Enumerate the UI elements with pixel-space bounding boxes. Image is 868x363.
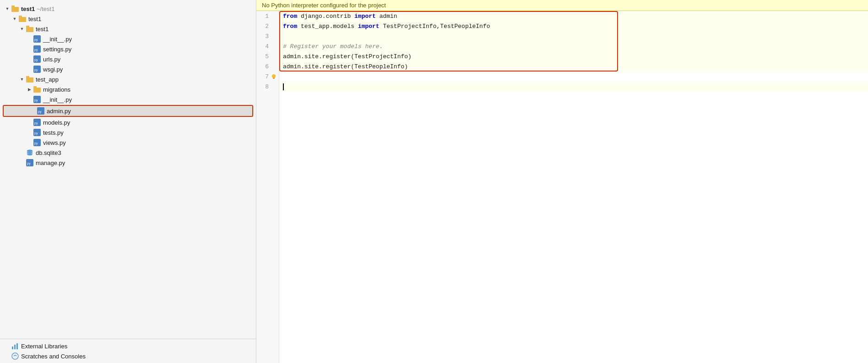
svg-text:py: py <box>34 68 38 72</box>
tree-item-label: Scratches and Consoles <box>21 353 86 360</box>
code-line-6: admin.site.register(TestPeopleInfo) <box>279 61 868 72</box>
code-area[interactable]: 1 2 3 4 5 6 7 <box>256 11 868 363</box>
py-file-icon: py <box>33 95 41 104</box>
line-num-3: 3 <box>265 33 271 40</box>
code-line-7 <box>279 72 868 82</box>
tree-item-settings-py[interactable]: py settings.py <box>0 44 256 54</box>
bulb-icon <box>271 74 277 79</box>
folder-icon <box>18 15 27 23</box>
code-line-1: from django.contrib import admin <box>279 11 868 21</box>
tree-item-views-py[interactable]: py views.py <box>0 138 256 148</box>
py-file-icon: py <box>33 35 41 43</box>
external-libraries-icon <box>11 342 19 350</box>
tree-item-label: test1 ~/test1 <box>21 6 54 12</box>
tree-item-init-py[interactable]: py __init__.py <box>0 34 256 44</box>
svg-rect-29 <box>27 151 33 152</box>
py-file-icon: py <box>33 138 41 147</box>
tree-item-label: manage.py <box>36 160 65 166</box>
db-icon <box>26 148 34 157</box>
folder-icon <box>11 5 19 13</box>
code-text: admin.site.register(TestProjectInfo) <box>283 53 412 60</box>
arrow-icon <box>11 15 18 22</box>
svg-text:py: py <box>34 132 38 135</box>
tree-item-scratches[interactable]: Scratches and Consoles <box>0 351 256 361</box>
code-line-3 <box>279 31 868 41</box>
tree-item-label: settings.py <box>43 46 71 53</box>
svg-text:py: py <box>34 58 38 62</box>
tree-item-test-app[interactable]: test_app <box>0 74 256 84</box>
code-editor: No Python interpreter configured for the… <box>256 0 868 363</box>
line-num-4: 4 <box>265 43 271 50</box>
tree-item-external-libraries[interactable]: External Libraries <box>0 341 256 351</box>
tree-item-wsgi-py[interactable]: py wsgi.py <box>0 64 256 74</box>
tree-item-root[interactable]: test1 ~/test1 <box>0 4 256 14</box>
code-text: admin.site.register(TestPeopleInfo) <box>283 63 408 70</box>
folder-icon <box>26 25 34 33</box>
tree-item-label: __init__.py <box>43 96 72 103</box>
svg-rect-16 <box>33 88 41 93</box>
svg-rect-15 <box>26 76 29 78</box>
tree-item-admin-py[interactable]: py admin.py <box>3 105 253 117</box>
warning-banner[interactable]: No Python interpreter configured for the… <box>256 0 868 11</box>
code-lines[interactable]: from django.contrib import admin from te… <box>279 11 868 363</box>
svg-point-38 <box>12 353 18 359</box>
keyword-from2: from <box>283 23 297 30</box>
svg-text:py: py <box>34 121 38 125</box>
svg-point-39 <box>272 74 276 78</box>
svg-point-32 <box>27 154 33 155</box>
tree-item-app-init-py[interactable]: py __init__.py <box>0 94 256 104</box>
py-file-icon: py <box>33 55 41 63</box>
code-line-2: from test_app.models import TestProjectI… <box>279 21 868 31</box>
svg-rect-1 <box>11 6 15 7</box>
code-line-8 <box>279 82 868 92</box>
tree-item-label: test_app <box>36 76 59 83</box>
arrow-icon <box>18 76 26 83</box>
line-num-2: 2 <box>265 23 271 30</box>
svg-rect-2 <box>19 17 26 22</box>
arrow-icon <box>18 25 26 33</box>
comment-text: # Register your models here. <box>283 43 383 50</box>
svg-rect-3 <box>19 16 22 17</box>
tree-item-migrations[interactable]: migrations <box>0 84 256 94</box>
tree-item-manage-py[interactable]: py manage.py <box>0 158 256 168</box>
tree-item-models-py[interactable]: py models.py <box>0 117 256 127</box>
line-num-7: 7 <box>265 73 271 80</box>
py-file-icon: py <box>33 128 41 137</box>
svg-rect-14 <box>26 77 33 82</box>
svg-text:py: py <box>38 110 42 114</box>
tree-item-label: __init__.py <box>43 36 72 43</box>
tree-item-db-sqlite3[interactable]: db.sqlite3 <box>0 148 256 158</box>
code-line-4: # Register your models here. <box>279 41 868 51</box>
warning-text: No Python interpreter configured for the… <box>262 2 386 9</box>
keyword-import: import <box>354 13 376 20</box>
py-file-icon: py <box>33 118 41 126</box>
svg-rect-31 <box>27 153 33 154</box>
line-num-1: 1 <box>265 13 271 20</box>
svg-rect-35 <box>12 346 13 349</box>
folder-icon <box>26 75 34 83</box>
tree-item-label: tests.py <box>43 129 64 136</box>
file-tree-sidebar: test1 ~/test1 test1 test1 py __init__.py <box>0 0 256 363</box>
tree-item-tests-py[interactable]: py tests.py <box>0 127 256 138</box>
keyword-from: from <box>283 13 297 20</box>
folder-icon <box>33 85 41 94</box>
sidebar-bottom: External Libraries Scratches and Console… <box>0 339 256 363</box>
line-num-6: 6 <box>265 63 271 70</box>
svg-text:py: py <box>34 38 38 42</box>
tree-item-label: External Libraries <box>21 343 67 350</box>
arrow-icon <box>4 5 11 12</box>
svg-text:py: py <box>34 142 38 145</box>
svg-rect-40 <box>273 78 275 79</box>
tree-item-label: models.py <box>43 119 70 126</box>
text-cursor <box>283 83 284 90</box>
code-line-5: admin.site.register(TestProjectInfo) <box>279 51 868 61</box>
py-file-icon: py <box>26 159 34 167</box>
tree-item-test1-inner[interactable]: test1 <box>0 24 256 34</box>
tree-item-urls-py[interactable]: py urls.py <box>0 54 256 64</box>
tree-item-label: migrations <box>43 86 71 93</box>
py-file-icon: py <box>33 45 41 53</box>
tree-item-label: admin.py <box>47 108 71 115</box>
scratches-icon <box>11 352 19 360</box>
tree-item-test1-folder[interactable]: test1 <box>0 14 256 24</box>
line-num-8: 8 <box>265 83 271 90</box>
